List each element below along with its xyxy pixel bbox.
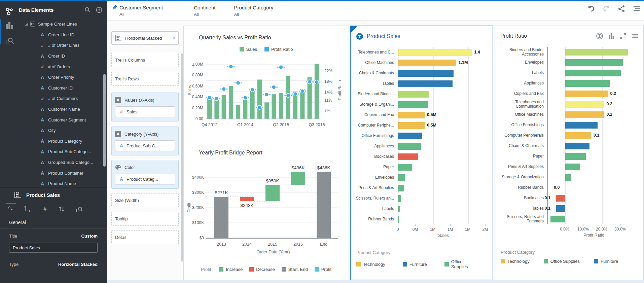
slot-size-width-[interactable]: Size (Width): [111, 193, 179, 207]
bar-row-scissors-rulers-and-trimmers[interactable]: Scissors, Rulers and Trimmers: [548, 214, 640, 224]
sales-bar-Q3-2016[interactable]: [315, 64, 319, 119]
bar-row-labels[interactable]: Labels: [548, 68, 640, 78]
horizontal-scroll-strip[interactable]: [107, 280, 644, 283]
grammar-scrollbar[interactable]: [181, 54, 183, 261]
field-item[interactable]: ## of Customers: [18, 93, 107, 104]
viz-product-sales[interactable]: Product Sales Telephones and C...1.4Offi…: [350, 26, 493, 280]
bar-row-telephones-and-c-[interactable]: Telephones and C...1.4: [398, 47, 489, 58]
bar[interactable]: [565, 122, 598, 129]
bar-row-copiers-and-fax[interactable]: Copiers and Fax0.5M: [398, 110, 489, 120]
bar-row-bookcases[interactable]: Bookcases0.1: [548, 193, 640, 203]
waterfall-bar-2016[interactable]: [291, 172, 305, 185]
bar[interactable]: [556, 205, 566, 212]
sales-bar-Q3-2013[interactable]: [229, 86, 233, 119]
bar[interactable]: [565, 143, 589, 149]
tab-general[interactable]: [7, 203, 15, 214]
field-item[interactable]: ACity: [18, 125, 107, 136]
bar[interactable]: [565, 91, 608, 97]
sales-bar-Q2-2013[interactable]: [222, 95, 226, 119]
bar[interactable]: [398, 164, 412, 171]
data-elements-icon[interactable]: [5, 7, 14, 16]
legend-item-profit-ratio[interactable]: Profit Ratio: [264, 47, 293, 52]
redo-icon[interactable]: [602, 5, 610, 13]
bar-row-envelopes[interactable]: Envelopes: [398, 172, 489, 183]
bar[interactable]: [565, 153, 586, 160]
legend-item-furniture[interactable]: Furniture: [403, 259, 427, 269]
bar[interactable]: [398, 133, 422, 139]
bar-row-pens-art-supplies[interactable]: Pens & Art Supplies: [398, 183, 489, 193]
bar[interactable]: [565, 59, 623, 66]
waterfall-bar-2014[interactable]: [240, 197, 254, 201]
slot-values-x-axis-[interactable]: #Values (X-Axis)#Sales: [111, 93, 179, 121]
slot-detail[interactable]: Detail: [111, 230, 179, 244]
field-item[interactable]: AProduct Name: [18, 178, 107, 187]
bar[interactable]: [398, 206, 400, 212]
waterfall-bar-2015[interactable]: [265, 185, 280, 201]
sales-bar-Q4-2014[interactable]: [264, 102, 269, 119]
field-item[interactable]: AOrder Line ID: [18, 30, 107, 40]
profit-ratio-dot-Q4-2014[interactable]: [265, 93, 269, 97]
bar-row-envelopes[interactable]: Envelopes: [548, 57, 640, 68]
legend-item-profit[interactable]: Profit: [315, 267, 331, 272]
bar-row-storage-organi-[interactable]: Storage & Organi...: [398, 99, 489, 110]
filter-product-category[interactable]: Product CategoryAll: [234, 5, 273, 17]
pill-product-categ-[interactable]: AProduct Categ...: [115, 174, 175, 184]
chart-type-dropdown[interactable]: Horizontal Stacked ▾: [111, 31, 179, 45]
field-item[interactable]: AProduct Container: [18, 168, 107, 178]
add-icon[interactable]: [96, 7, 102, 13]
bar[interactable]: [565, 111, 604, 118]
bar-row-paper[interactable]: Paper: [398, 162, 489, 172]
bar-row-rubber-bands[interactable]: Rubber Bands0.0: [548, 182, 640, 193]
legend-item-furniture[interactable]: Furniture: [594, 259, 618, 264]
profit-ratio-dot-Q1-2013[interactable]: [215, 97, 219, 101]
bar-row-appliances[interactable]: Appliances: [398, 141, 489, 151]
waterfall-bar-End[interactable]: [317, 172, 331, 238]
bar[interactable]: [398, 91, 429, 98]
tab-analyze[interactable]: [75, 203, 83, 214]
bar[interactable]: [550, 216, 565, 222]
profit-ratio-dot-Q4-2013[interactable]: [236, 81, 240, 85]
bar-row-office-furnishings[interactable]: Office Furnishings: [548, 120, 640, 130]
bar[interactable]: [398, 174, 405, 181]
profit-ratio-dot-Q3-2014[interactable]: [257, 105, 261, 109]
field-item[interactable]: ACustomer ID: [18, 83, 107, 94]
profit-ratio-dot-Q4-2012[interactable]: [208, 96, 212, 100]
undo-icon[interactable]: [587, 5, 595, 13]
dataset-row[interactable]: Sample Order Lines: [18, 19, 107, 30]
bar-row-tables[interactable]: Tables0.1: [548, 203, 640, 214]
legend-item-start-end[interactable]: Start, End: [282, 267, 308, 272]
field-item[interactable]: AGrouped Sub Catego...: [18, 157, 107, 168]
filter-customer-segment[interactable]: Customer SegmentAll: [112, 5, 163, 17]
sales-bar-Q1-2015[interactable]: [272, 94, 276, 119]
menu-icon[interactable]: [631, 33, 639, 39]
bar-row-telephones-and-communication[interactable]: Telephones and Communication0.2: [548, 99, 640, 109]
bar[interactable]: [565, 132, 591, 139]
bar[interactable]: [398, 216, 399, 223]
bar-row-scissors-rulers-an-[interactable]: Scissors, Rulers an...: [398, 193, 489, 204]
tree-scrollbar[interactable]: [103, 74, 106, 167]
bar-row-binders-and-binder-accessories[interactable]: Binders and Binder Accessories: [548, 47, 640, 57]
bar[interactable]: [398, 143, 421, 150]
waterfall-bar-2013[interactable]: [214, 197, 228, 238]
field-item[interactable]: ACustomer Name: [18, 104, 107, 115]
bar[interactable]: [398, 122, 425, 129]
bar[interactable]: [398, 70, 454, 77]
profit-ratio-dot-Q1-2015[interactable]: [272, 85, 276, 89]
bar-row-chairs-chairmats[interactable]: Chairs & Chairmats: [398, 68, 489, 78]
tab-axis[interactable]: [24, 203, 32, 214]
analytics-icon[interactable]: [5, 36, 14, 45]
profit-ratio-dot-Q2-2014[interactable]: [250, 88, 254, 92]
sales-bar-Q3-2014[interactable]: [257, 79, 262, 119]
bar[interactable]: [565, 70, 621, 76]
profit-ratio-dot-Q1-2016[interactable]: [300, 89, 305, 93]
bar-row-tables[interactable]: Tables: [398, 78, 489, 89]
pill-product-sub-c-[interactable]: AProduct Sub C...: [115, 140, 175, 151]
bar[interactable]: [398, 60, 456, 66]
filter-continent[interactable]: ContinentAll: [194, 5, 215, 17]
menu-icon[interactable]: [633, 5, 641, 13]
tab-sort[interactable]: [58, 203, 66, 214]
legend-item-increase[interactable]: Increase: [219, 267, 243, 272]
field-item[interactable]: ## of Order Lines: [18, 40, 107, 51]
legend-item-office-supplies[interactable]: Office Supplies: [544, 259, 580, 264]
bar-row-paper[interactable]: Paper: [548, 151, 640, 162]
